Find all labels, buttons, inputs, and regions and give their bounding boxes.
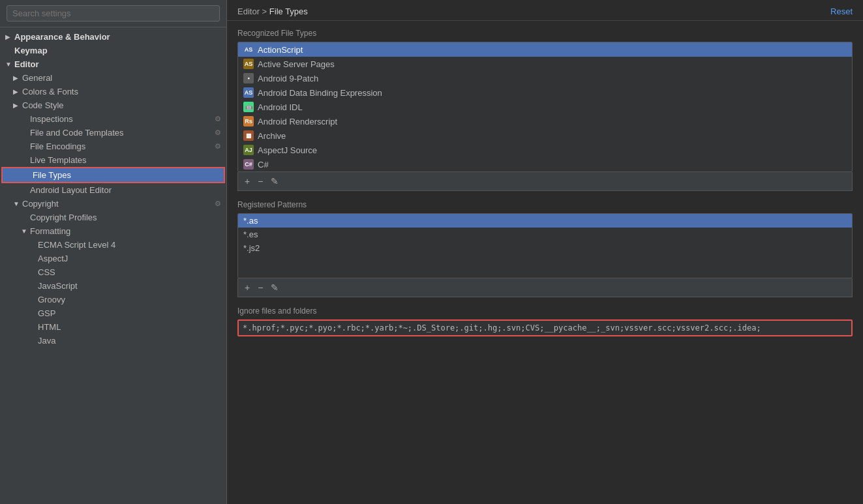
arrow-icon: ▶	[13, 88, 22, 95]
registered-add-button[interactable]: +	[242, 281, 252, 294]
sidebar-item-label: GSP	[38, 308, 221, 318]
sidebar-item-ecma-script[interactable]: ECMA Script Level 4	[0, 238, 226, 252]
sidebar-item-label: HTML	[38, 322, 221, 332]
sidebar-item-html[interactable]: HTML	[0, 320, 226, 334]
sidebar-item-copyright[interactable]: ▼Copyright⚙	[0, 197, 226, 211]
file-type-label: AspectJ Source	[258, 145, 317, 155]
sidebar-item-keymap[interactable]: Keymap	[0, 44, 226, 57]
sidebar-item-file-encodings[interactable]: File Encodings⚙	[0, 140, 226, 153]
registered-section: Registered Patterns *.as*.es*.js2 + − ✎	[237, 200, 853, 297]
table-row[interactable]: C#C#	[238, 157, 852, 171]
ignore-field-wrapper	[237, 319, 853, 336]
breadcrumb-separator: >	[262, 7, 269, 16]
sidebar-item-label: File Encodings	[30, 141, 215, 151]
settings-icon: ⚙	[215, 128, 221, 137]
recognized-remove-button[interactable]: −	[255, 175, 265, 188]
file-type-label: ActionScript	[258, 45, 303, 55]
recognized-edit-button[interactable]: ✎	[268, 175, 281, 188]
file-type-icon: C#	[243, 159, 254, 170]
sidebar-item-android-layout-editor[interactable]: Android Layout Editor	[0, 183, 226, 197]
table-row[interactable]: ASAndroid Data Binding Expression	[238, 85, 852, 100]
list-item[interactable]: *.es	[238, 228, 852, 241]
arrow-icon: ▶	[5, 33, 14, 40]
sidebar-item-gsp[interactable]: GSP	[0, 306, 226, 320]
file-type-label: C#	[258, 160, 269, 170]
sidebar-item-appearance[interactable]: ▶Appearance & Behavior	[0, 30, 226, 44]
file-type-icon: AS	[243, 44, 254, 55]
sidebar-item-code-style[interactable]: ▶Code Style	[0, 98, 226, 112]
main-content: Editor > File Types Reset Recognized Fil…	[227, 0, 863, 504]
sidebar-item-label: File and Code Templates	[30, 128, 215, 138]
sidebar-item-label: ECMA Script Level 4	[38, 240, 221, 250]
sidebar-item-live-templates[interactable]: Live Templates	[0, 153, 226, 167]
recognized-section-label: Recognized File Types	[237, 29, 853, 38]
sidebar-item-editor[interactable]: ▼Editor	[0, 57, 226, 71]
file-type-icon: AS	[243, 87, 254, 98]
sidebar-item-inspections[interactable]: Inspections⚙	[0, 112, 226, 126]
file-type-icon: 🤖	[243, 102, 254, 112]
breadcrumb-parent: Editor	[237, 7, 260, 16]
sidebar-item-javascript[interactable]: JavaScript	[0, 279, 226, 293]
table-row[interactable]: ASActive Server Pages	[238, 57, 852, 71]
arrow-icon: ▶	[13, 102, 22, 109]
table-row[interactable]: ▦Archive	[238, 128, 852, 143]
table-row[interactable]: ASActionScript	[238, 42, 852, 57]
file-type-label: Android 9-Patch	[258, 74, 318, 83]
search-input[interactable]	[7, 5, 220, 22]
sidebar-item-label: Copyright Profiles	[30, 213, 221, 222]
registered-section-label: Registered Patterns	[237, 200, 853, 209]
registered-edit-button[interactable]: ✎	[268, 281, 281, 294]
table-row[interactable]: AJAspectJ Source	[238, 143, 852, 157]
reset-button[interactable]: Reset	[830, 7, 853, 16]
file-type-icon: ▦	[243, 130, 254, 141]
table-row[interactable]: ▪Android 9-Patch	[238, 71, 852, 85]
breadcrumb-current: File Types	[269, 7, 308, 16]
file-type-icon: ▪	[243, 73, 254, 83]
table-row[interactable]: 🤖Android IDL	[238, 100, 852, 114]
sidebar-item-label: Copyright	[22, 199, 215, 209]
nav-tree: ▶Appearance & BehaviorKeymap▼Editor▶Gene…	[0, 27, 226, 504]
arrow-icon: ▼	[13, 200, 22, 207]
sidebar-item-label: File Types	[33, 170, 219, 180]
recognized-section: Recognized File Types ASActionScriptASAc…	[237, 29, 853, 191]
table-row[interactable]: RsAndroid Renderscript	[238, 114, 852, 128]
sidebar-item-java[interactable]: Java	[0, 334, 226, 348]
header: Editor > File Types Reset	[227, 0, 863, 21]
list-item[interactable]: *.as	[238, 214, 852, 228]
sidebar-item-label: Appearance & Behavior	[14, 32, 221, 42]
settings-icon: ⚙	[215, 200, 221, 208]
arrow-icon: ▼	[5, 61, 14, 68]
file-type-label: Archive	[258, 131, 286, 141]
file-type-label: Android Renderscript	[258, 117, 337, 126]
ignore-files-input[interactable]	[239, 321, 851, 335]
list-item[interactable]: *.js2	[238, 241, 852, 255]
arrow-icon: ▶	[13, 74, 22, 82]
file-type-label: Active Server Pages	[258, 59, 335, 69]
sidebar-item-label: Groovy	[38, 295, 221, 304]
settings-icon: ⚙	[215, 142, 221, 151]
sidebar-item-aspectj[interactable]: AspectJ	[0, 252, 226, 265]
sidebar-item-label: CSS	[38, 267, 221, 277]
sidebar-item-file-code-templates[interactable]: File and Code Templates⚙	[0, 126, 226, 140]
sidebar-item-label: General	[22, 73, 221, 83]
sidebar-item-label: Android Layout Editor	[30, 185, 221, 195]
file-type-icon: AS	[243, 59, 254, 69]
sidebar-item-label: Editor	[14, 59, 221, 69]
file-type-label: Android Data Binding Expression	[258, 88, 382, 98]
recognized-add-button[interactable]: +	[242, 175, 252, 188]
file-type-icon: AJ	[243, 145, 254, 155]
sidebar-item-copyright-profiles[interactable]: Copyright Profiles	[0, 211, 226, 224]
registered-patterns-list: *.as*.es*.js2	[237, 213, 853, 278]
sidebar-item-file-types[interactable]: File Types	[1, 167, 225, 183]
search-bar	[0, 0, 226, 27]
sidebar-item-css[interactable]: CSS	[0, 265, 226, 279]
sidebar-item-colors-fonts[interactable]: ▶Colors & Fonts	[0, 85, 226, 98]
sidebar-item-label: Code Style	[22, 100, 221, 110]
sidebar-item-general[interactable]: ▶General	[0, 71, 226, 85]
sidebar-item-label: JavaScript	[38, 281, 221, 291]
recognized-file-types-list: ASActionScriptASActive Server Pages▪Andr…	[237, 42, 853, 172]
sidebar-item-formatting[interactable]: ▼Formatting	[0, 224, 226, 238]
sidebar-item-groovy[interactable]: Groovy	[0, 293, 226, 306]
ignore-section: Ignore files and folders	[237, 306, 853, 336]
registered-remove-button[interactable]: −	[255, 281, 265, 294]
